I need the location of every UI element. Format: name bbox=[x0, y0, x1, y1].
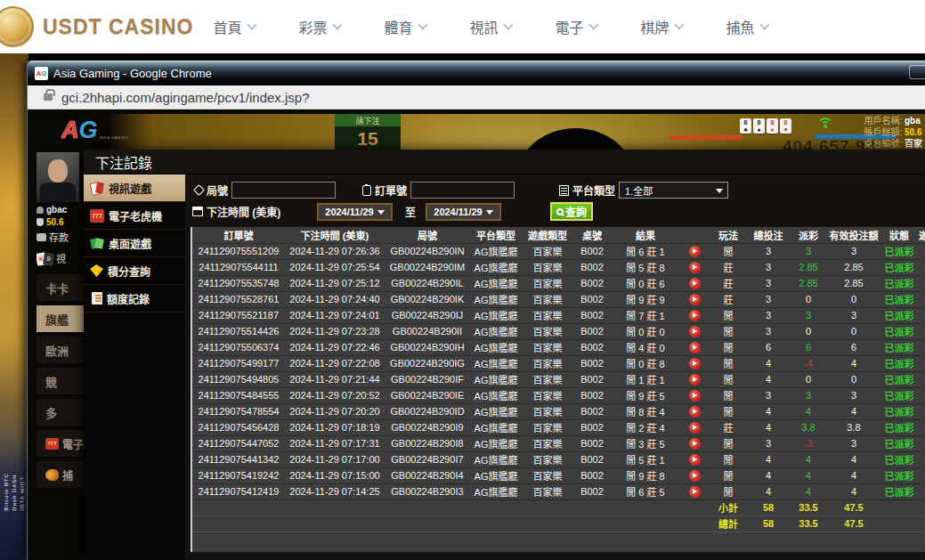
play-button[interactable] bbox=[689, 486, 701, 498]
lobby-item-卡卡[interactable]: 卡卡 bbox=[37, 274, 84, 301]
order-filter-label: 訂單號 bbox=[375, 183, 407, 198]
main-nav: 首頁彩票體育視訊電子棋牌捕魚 bbox=[191, 0, 790, 53]
platform-select[interactable]: 1.全部 bbox=[619, 182, 728, 199]
cell-play-type: 閒 bbox=[709, 435, 748, 451]
status-badge: 已派彩 bbox=[880, 483, 919, 499]
play-button[interactable] bbox=[689, 406, 701, 418]
fish-icon bbox=[45, 469, 59, 481]
lobby-item-fishing[interactable]: 捕 bbox=[37, 461, 84, 488]
nav-item-電子[interactable]: 電子 bbox=[533, 0, 619, 53]
site-logo-text: USDT CASINO bbox=[43, 15, 193, 39]
table-row: 2411290754192422024-11-29 07:15:00GB0022… bbox=[192, 467, 925, 483]
cell: B002 bbox=[573, 483, 611, 499]
cell: 百家樂 bbox=[522, 243, 573, 259]
order-input[interactable] bbox=[410, 182, 515, 199]
points-icon bbox=[90, 264, 103, 277]
status-badge: 已派彩 bbox=[880, 355, 919, 371]
play-button[interactable] bbox=[689, 422, 701, 434]
cell: GB00224B290I7 bbox=[385, 451, 470, 467]
sidebar-item-label: 桌面遊戲 bbox=[109, 236, 151, 251]
table-row: 2411290754991772024-11-29 07:22:08GB0022… bbox=[192, 355, 925, 371]
avatar bbox=[37, 152, 79, 202]
cell-bet: 3 bbox=[748, 259, 789, 275]
lobby-item-競[interactable]: 競 bbox=[37, 368, 84, 394]
play-button[interactable] bbox=[689, 390, 701, 402]
sidebar-item-額度記錄[interactable]: 額度記錄 bbox=[84, 285, 185, 312]
play-button[interactable] bbox=[689, 294, 701, 305]
cell: AG旗艦廳 bbox=[470, 419, 522, 435]
cell: AG旗艦廳 bbox=[470, 259, 522, 275]
cell: 百家樂 bbox=[522, 371, 573, 387]
play-button[interactable] bbox=[689, 246, 701, 257]
play-button[interactable] bbox=[689, 358, 701, 369]
status-badge: 已派彩 bbox=[880, 323, 919, 339]
nav-item-label: 視訊 bbox=[469, 16, 498, 37]
nav-item-彩票[interactable]: 彩票 bbox=[277, 0, 362, 53]
nav-item-視訊[interactable]: 視訊 bbox=[448, 0, 533, 53]
cell: AG旗艦廳 bbox=[470, 355, 522, 371]
cell: 241129075514426 bbox=[192, 323, 285, 339]
date-to-picker[interactable]: 2024/11/29 bbox=[426, 203, 501, 221]
cell bbox=[680, 499, 709, 515]
status-badge: 已派彩 bbox=[880, 371, 919, 387]
sidebar-item-視訊遊戲[interactable]: 視訊遊戲 bbox=[84, 174, 185, 202]
search-button[interactable]: 查詢 bbox=[550, 202, 593, 221]
play-button[interactable] bbox=[689, 342, 701, 353]
play-button[interactable] bbox=[689, 374, 701, 386]
cell bbox=[470, 515, 522, 532]
subtotal-row: 小計5833.547.5 bbox=[192, 499, 925, 515]
date-from-picker[interactable]: 2024/11/29 bbox=[317, 203, 393, 221]
panel-title: 下注記錄 bbox=[84, 150, 925, 174]
cell: B002 bbox=[573, 323, 611, 339]
sidebar-item-桌面遊戲[interactable]: 桌面遊戲 bbox=[84, 230, 185, 257]
cell-payout: 0 bbox=[789, 371, 828, 387]
nav-item-棋牌[interactable]: 棋牌 bbox=[619, 0, 704, 53]
cell-bet: 4 bbox=[748, 403, 789, 419]
cell: AG旗艦廳 bbox=[470, 387, 522, 403]
video-games-icon bbox=[90, 182, 104, 195]
cell-play-type: 閒 bbox=[709, 467, 748, 483]
play-button[interactable] bbox=[689, 310, 701, 321]
column-header: 狀態 bbox=[880, 227, 919, 243]
play-button[interactable] bbox=[689, 438, 701, 450]
address-bar[interactable]: gci.2hhapi.com/agingame/pcv1/index.jsp? bbox=[28, 85, 925, 110]
table-row: 2411290754124192024-11-29 07:14:25GB0022… bbox=[192, 483, 925, 499]
cell bbox=[285, 515, 385, 532]
lobby-item-slots[interactable]: 777 電子 bbox=[37, 430, 84, 457]
play-button[interactable] bbox=[689, 470, 701, 482]
lobby-item-歐洲[interactable]: 歐洲 bbox=[37, 337, 84, 363]
table-row: 2411290755063742024-11-29 07:22:46GB0022… bbox=[192, 339, 925, 355]
cell: GB00224B290IL bbox=[385, 275, 470, 291]
cell-bet: 3 bbox=[748, 275, 789, 291]
round-input[interactable] bbox=[231, 182, 336, 199]
cell: 閒 5 莊 1 bbox=[611, 451, 680, 467]
deposit-button[interactable]: 存款 bbox=[49, 230, 69, 244]
chevron-down-icon bbox=[588, 20, 598, 29]
lobby-item-旗艦[interactable]: 旗艦 bbox=[37, 305, 84, 332]
slots-777-icon: 777 bbox=[45, 438, 59, 450]
cell: B002 bbox=[573, 275, 611, 291]
cell-play-type: 閒 bbox=[709, 387, 748, 403]
sidebar-item-電子老虎機[interactable]: 電子老虎機 bbox=[84, 202, 185, 230]
play-button[interactable] bbox=[689, 454, 701, 466]
play-button[interactable] bbox=[689, 278, 701, 289]
cell-payout: 2.85 bbox=[789, 259, 828, 275]
cell-valid: 3 bbox=[828, 243, 880, 259]
table-row: 2411290754948052024-11-29 07:21:44GB0022… bbox=[192, 371, 925, 387]
cell-payout: 0 bbox=[789, 291, 828, 307]
nav-item-體育[interactable]: 體育 bbox=[362, 0, 448, 53]
play-button[interactable] bbox=[689, 262, 701, 273]
cell bbox=[192, 515, 285, 532]
cell: AG旗艦廳 bbox=[470, 451, 522, 467]
cell: AG旗艦廳 bbox=[470, 307, 522, 323]
nav-item-捕魚[interactable]: 捕魚 bbox=[704, 0, 790, 53]
cell: 百家樂 bbox=[522, 419, 573, 435]
cell-payout: 0 bbox=[789, 323, 828, 339]
sidebar-item-積分查詢[interactable]: 積分查詢 bbox=[84, 257, 185, 285]
close-button[interactable] bbox=[909, 65, 925, 79]
play-button[interactable] bbox=[689, 326, 701, 337]
lobby-item-多[interactable]: 多 bbox=[37, 399, 84, 426]
nav-item-首頁[interactable]: 首頁 bbox=[191, 0, 277, 53]
site-logo[interactable]: USDT CASINO bbox=[0, 0, 193, 53]
playing-card: 8♠ bbox=[753, 118, 765, 134]
